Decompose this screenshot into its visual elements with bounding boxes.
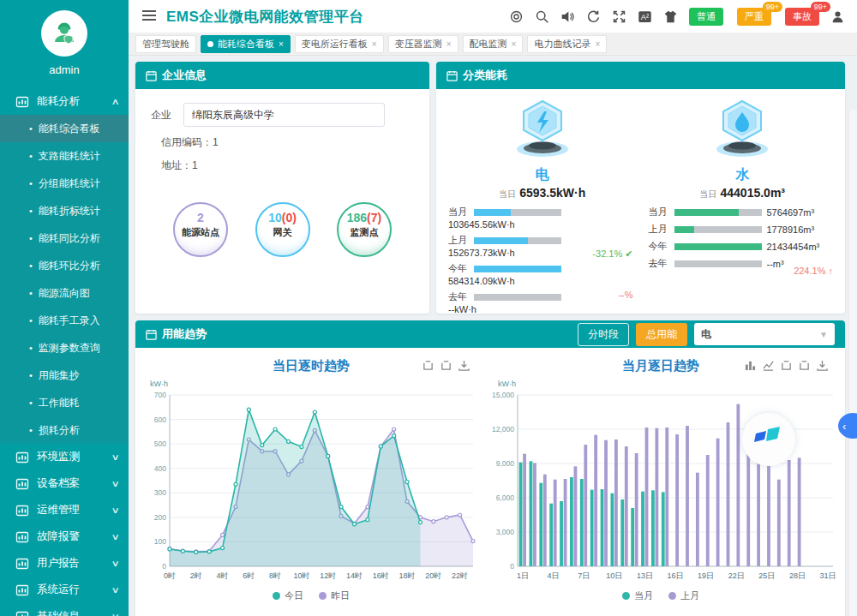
hamburger-icon[interactable] — [129, 9, 166, 24]
chevron-down-icon: ∨ — [111, 532, 119, 541]
sidebar-item-user-report[interactable]: 用户报告∨ — [0, 550, 129, 577]
company-input[interactable] — [183, 103, 385, 127]
avatar[interactable] — [41, 10, 87, 57]
alarm-badge-严重[interactable]: 严重99+ — [737, 8, 771, 26]
chevron-down-icon: ∨ — [111, 505, 119, 515]
sidebar-item-device-archive[interactable]: 设备档案∨ — [0, 470, 129, 497]
bullet-icon: • — [29, 178, 33, 188]
submenu-item[interactable]: •能耗折标统计 — [0, 197, 129, 224]
download-icon[interactable] — [458, 360, 470, 371]
today-value: 当日6593.5kW·h — [448, 186, 637, 200]
alarm-badge-事故[interactable]: 事故99+ — [785, 8, 819, 26]
line-chart-icon[interactable] — [763, 360, 774, 371]
submenu-item[interactable]: •能耗环比分析 — [0, 252, 129, 279]
submenu-item[interactable]: •能耗手工录入 — [0, 307, 129, 334]
bar-chart-icon[interactable] — [745, 360, 756, 371]
tab-能耗综合看板[interactable]: 能耗综合看板× — [201, 35, 291, 53]
translate-icon[interactable]: A² — [638, 9, 652, 24]
svg-text:22日: 22日 — [728, 571, 745, 580]
tab-label: 管理驾驶舱 — [142, 38, 189, 51]
energy-row-当月: 当月 — [448, 206, 637, 218]
svg-text:15,000: 15,000 — [492, 391, 514, 399]
stat-circle-监测点: 186(7)监测点 — [337, 202, 392, 257]
close-icon[interactable]: × — [446, 39, 452, 49]
energy-type-select[interactable]: 电 ▼ — [694, 323, 835, 345]
svg-text:16日: 16日 — [667, 571, 683, 580]
submenu-item[interactable]: •损耗分析 — [0, 416, 129, 444]
legend-label: 当月 — [634, 589, 653, 602]
close-icon[interactable]: × — [595, 39, 600, 49]
daily-bar-chart-svg[interactable]: 03,0006,0009,00012,00015,000kW·h1日4日7日10… — [482, 374, 840, 583]
progress-fill — [474, 209, 511, 216]
scrollbar-track[interactable] — [848, 110, 857, 616]
svg-text:600: 600 — [154, 416, 166, 424]
time-segment-button[interactable]: 分时段 — [578, 323, 629, 346]
legend-item-上月[interactable]: 上月 — [668, 589, 699, 602]
legend-item-昨日[interactable]: 昨日 — [319, 589, 350, 602]
close-icon[interactable]: × — [512, 39, 517, 49]
svg-text:2时: 2时 — [190, 571, 202, 580]
hourly-line-chart-svg[interactable]: 0100200300400500600700kW·h0时2时4时6时8时10时1… — [141, 374, 482, 583]
search-icon[interactable] — [535, 9, 549, 24]
sidebar-item-env-monitor[interactable]: 环境监测∨ — [0, 444, 129, 470]
close-icon[interactable]: × — [279, 39, 284, 49]
fullscreen-icon[interactable] — [612, 9, 626, 24]
sidebar-item-label: 设备档案 — [37, 476, 80, 491]
tab-配电监测[interactable]: 配电监测× — [463, 35, 524, 53]
refresh-icon[interactable] — [586, 9, 601, 24]
enterprise-panel-title: 企业信息 — [162, 68, 207, 83]
user-icon[interactable] — [830, 9, 845, 24]
energy-value: 584314.09kW·h — [448, 276, 637, 286]
submenu-item[interactable]: •能源流向图 — [0, 279, 129, 307]
theme-icon[interactable] — [663, 9, 678, 24]
submenu-item[interactable]: •分组能耗统计 — [0, 170, 129, 197]
bullet-icon: • — [29, 425, 33, 435]
tab-电力曲线记录[interactable]: 电力曲线记录× — [527, 35, 607, 53]
restore-icon[interactable] — [440, 360, 452, 371]
submenu-item[interactable]: •能耗综合看板 — [0, 115, 129, 142]
sidebar-item-fault-alarm[interactable]: 故障报警∨ — [0, 523, 129, 550]
tab-变压器监测[interactable]: 变压器监测× — [388, 35, 458, 53]
close-icon[interactable]: × — [372, 39, 377, 49]
alarm-badge-普通[interactable]: 普通 — [689, 8, 723, 26]
aim-icon[interactable] — [509, 9, 524, 24]
total-energy-button[interactable]: 总用能 — [636, 323, 687, 346]
sidebar-item-ops-mgmt[interactable]: 运维管理∨ — [0, 497, 129, 523]
sidebar: admin 能耗分析∧•能耗综合看板•支路能耗统计•分组能耗统计•能耗折标统计•… — [0, 0, 129, 616]
sidebar-item-basic-info[interactable]: 基础信息∨ — [0, 603, 129, 616]
submenu-item[interactable]: •支路能耗统计 — [0, 142, 129, 170]
restore-icon[interactable] — [799, 360, 810, 371]
svg-text:25日: 25日 — [758, 571, 775, 580]
submenu-item[interactable]: •监测参数查询 — [0, 334, 129, 362]
enterprise-info-panel: 企业信息 企业 信用编码：1 地址：1 2能源站点10(0)网关186(7)监测… — [135, 62, 429, 314]
badge-label: 严重 — [745, 11, 764, 21]
bullet-icon: • — [29, 123, 33, 134]
svg-text:31日: 31日 — [820, 571, 836, 580]
download-icon[interactable] — [817, 360, 828, 371]
sidebar-item-energy-analysis[interactable]: 能耗分析∧ — [0, 88, 129, 115]
legend-item-今日[interactable]: 今日 — [273, 589, 303, 602]
tab-label: 配电监测 — [470, 38, 507, 51]
stat-label: 能源站点 — [182, 226, 219, 239]
submenu-item[interactable]: •能耗同比分析 — [0, 224, 129, 252]
tab-label: 能耗综合看板 — [218, 38, 274, 51]
sidebar-item-system-run[interactable]: 系统运行∨ — [0, 577, 129, 603]
user-profile: admin — [0, 0, 129, 76]
progress-fill — [674, 243, 762, 250]
tab-管理驾驶舱[interactable]: 管理驾驶舱 — [135, 35, 196, 53]
volume-icon[interactable] — [560, 9, 575, 24]
svg-text:13日: 13日 — [637, 571, 653, 580]
tab-变电所运行看板[interactable]: 变电所运行看板× — [295, 35, 384, 53]
svg-text:1日: 1日 — [517, 571, 529, 580]
stat-label: 监测点 — [351, 226, 379, 239]
hourly-chart-legend: 今日昨日 — [141, 589, 482, 602]
yoy-percent: 224.1% ↑ — [794, 266, 833, 276]
bullet-icon: • — [29, 398, 33, 408]
restore-icon[interactable] — [781, 360, 792, 371]
svg-text:20时: 20时 — [425, 571, 441, 580]
submenu-item[interactable]: •工作能耗 — [0, 389, 129, 416]
restore-icon[interactable] — [423, 360, 434, 371]
tab-label: 变压器监测 — [395, 38, 442, 51]
submenu-item[interactable]: •用能集抄 — [0, 362, 129, 389]
legend-item-当月[interactable]: 当月 — [622, 589, 653, 602]
